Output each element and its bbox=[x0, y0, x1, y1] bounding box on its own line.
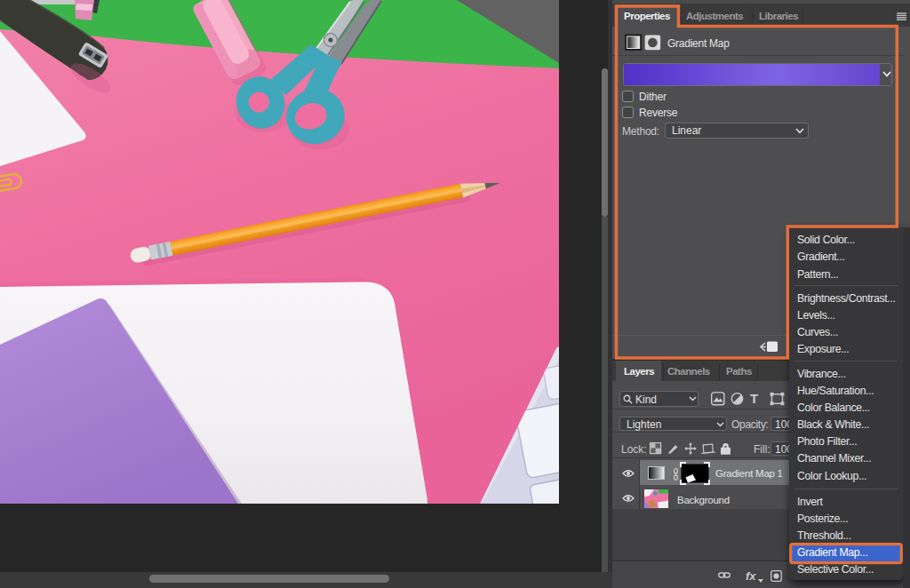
svg-text:T: T bbox=[750, 392, 758, 406]
